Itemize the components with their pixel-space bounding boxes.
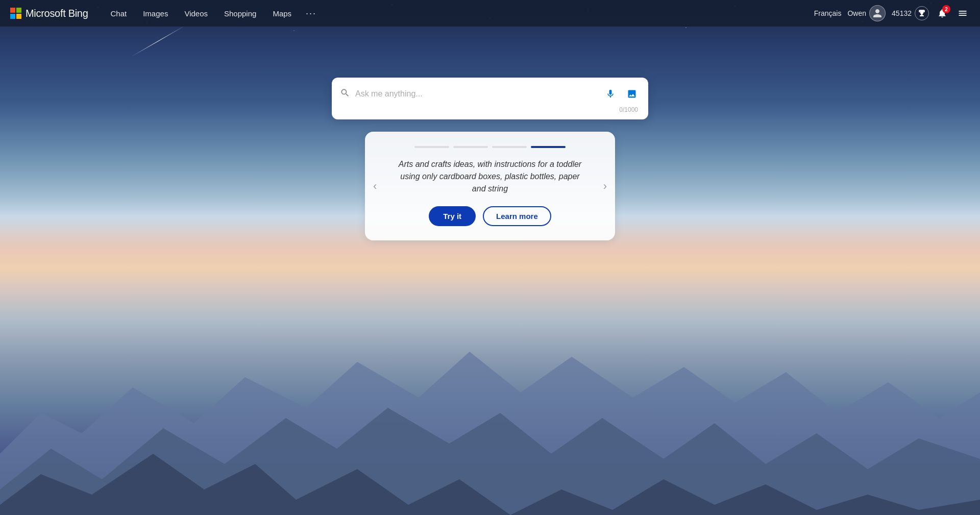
try-it-button[interactable]: Try it [429,206,476,226]
carousel-action-buttons: Try it Learn more [429,206,551,226]
points-value: 45132 [892,9,912,17]
svg-point-4 [631,91,632,93]
carousel-prev-button[interactable]: ‹ [369,176,381,197]
points-icon [915,6,929,20]
microphone-button[interactable] [602,86,619,102]
microsoft-logo-icon [10,8,21,19]
language-button[interactable]: Français [814,9,842,17]
carousel-indicators [414,146,566,148]
hamburger-icon [958,8,968,18]
user-profile-button[interactable]: Owen [847,5,886,21]
nav-shopping[interactable]: Shopping [217,6,263,21]
search-character-counter: 0/1000 [340,106,640,113]
nav-videos[interactable]: Videos [177,6,215,21]
nav-images[interactable]: Images [136,6,175,21]
navbar: Microsoft Bing Chat Images Videos Shoppi… [0,0,980,27]
learn-more-button[interactable]: Learn more [483,206,551,226]
suggestion-text: Arts and crafts ideas, with instructions… [385,158,595,195]
search-input[interactable] [355,89,597,99]
search-input-row [340,86,640,102]
nav-links: Chat Images Videos Shopping Maps ··· [104,5,814,22]
svg-rect-3 [921,14,923,15]
user-name: Owen [847,9,866,17]
ms-logo-green [16,8,21,13]
ms-logo-yellow [16,14,21,19]
hamburger-menu-button[interactable] [955,6,970,20]
brand-name: Microsoft Bing [26,8,88,19]
user-avatar [869,5,886,21]
notification-count: 2 [942,5,950,13]
carousel-indicator-4-active[interactable] [531,146,566,148]
search-container: 0/1000 [332,78,648,119]
user-avatar-icon [872,8,883,18]
ms-logo-blue [10,14,15,19]
points-badge[interactable]: 45132 [892,6,929,20]
brand-logo[interactable]: Microsoft Bing [10,8,88,19]
search-icon [340,88,350,101]
navbar-right-section: Français Owen 45132 [814,5,970,21]
suggestion-card: ‹ › Arts and crafts ideas, with instruct… [365,132,615,240]
main-content: 0/1000 ‹ › Arts and crafts ideas, with i… [0,27,980,515]
carousel-next-button[interactable]: › [599,176,611,197]
notifications-button[interactable]: 2 [935,6,949,20]
carousel-indicator-1[interactable] [414,146,449,148]
trophy-icon [918,9,926,17]
ms-logo-red [10,8,15,13]
nav-maps[interactable]: Maps [265,6,299,21]
nav-more-button[interactable]: ··· [301,5,322,22]
image-search-button[interactable] [624,86,640,102]
carousel-indicator-3[interactable] [492,146,527,148]
nav-chat[interactable]: Chat [104,6,134,21]
carousel-indicator-2[interactable] [453,146,488,148]
